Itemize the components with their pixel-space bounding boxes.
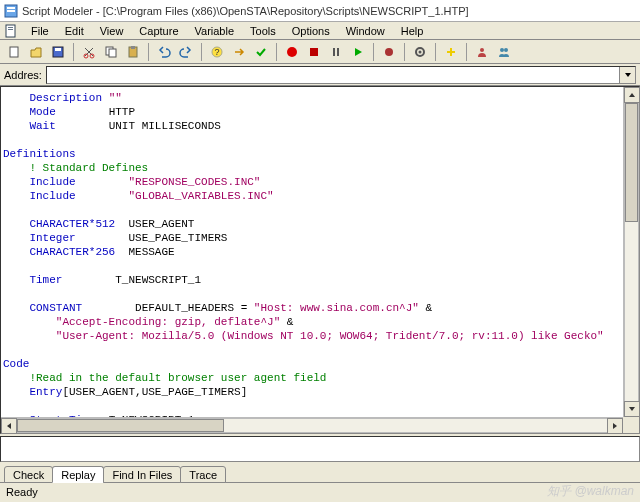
cut-button[interactable]	[79, 42, 99, 62]
menu-view[interactable]: View	[93, 24, 131, 38]
menu-edit[interactable]: Edit	[58, 24, 91, 38]
svg-rect-6	[10, 47, 18, 57]
code-text	[3, 92, 29, 104]
tab-find-in-files[interactable]: Find In Files	[103, 466, 181, 483]
app-icon	[4, 4, 18, 18]
tab-replay[interactable]: Replay	[52, 466, 104, 483]
menu-help[interactable]: Help	[394, 24, 431, 38]
separator	[435, 43, 436, 61]
menu-tools[interactable]: Tools	[243, 24, 283, 38]
separator	[276, 43, 277, 61]
separator	[73, 43, 74, 61]
code-text	[3, 176, 29, 188]
address-label: Addres:	[4, 69, 42, 81]
code-text	[3, 386, 29, 398]
svg-rect-12	[109, 49, 116, 57]
output-pane[interactable]	[0, 436, 640, 462]
vertical-scrollbar[interactable]	[623, 87, 639, 417]
str: "GLOBAL_VARIABLES.INC"	[128, 190, 273, 202]
editor-pane: Description "" Mode HTTP Wait UNIT MILLI…	[0, 86, 640, 434]
svg-rect-20	[337, 48, 339, 56]
code-text: [USER_AGENT,USE_PAGE_TIMERS]	[62, 386, 247, 398]
tab-check[interactable]: Check	[4, 466, 53, 483]
code-text: HTTP	[109, 106, 135, 118]
svg-rect-1	[7, 7, 15, 9]
separator	[148, 43, 149, 61]
separator	[201, 43, 202, 61]
code-text	[3, 274, 29, 286]
status-bar: Ready 知乎 @walkman	[0, 482, 640, 500]
scroll-right-icon[interactable]	[607, 418, 623, 434]
code-text: USER_AGENT	[128, 218, 194, 230]
code-text: &	[419, 302, 432, 314]
horizontal-scrollbar[interactable]	[1, 417, 623, 433]
record-button[interactable]	[282, 42, 302, 62]
code-text	[102, 92, 109, 104]
code-editor[interactable]: Description "" Mode HTTP Wait UNIT MILLI…	[1, 87, 639, 417]
scroll-thumb[interactable]	[625, 103, 638, 222]
menu-file[interactable]: File	[24, 24, 56, 38]
code-text	[3, 162, 29, 174]
stop-button[interactable]	[304, 42, 324, 62]
new-button[interactable]	[4, 42, 24, 62]
check-button[interactable]	[251, 42, 271, 62]
kw: Description	[29, 92, 102, 104]
address-combo[interactable]	[46, 66, 636, 84]
kw: Timer	[29, 274, 62, 286]
save-button[interactable]	[48, 42, 68, 62]
code-text	[76, 232, 129, 244]
tab-trace[interactable]: Trace	[180, 466, 226, 483]
menu-capture[interactable]: Capture	[132, 24, 185, 38]
scroll-down-icon[interactable]	[624, 401, 640, 417]
str: "Host: www.sina.com.cn^J"	[254, 302, 419, 314]
undo-button[interactable]	[154, 42, 174, 62]
paste-button[interactable]	[123, 42, 143, 62]
scroll-corner	[623, 417, 639, 433]
code-text	[3, 106, 29, 118]
scroll-thumb[interactable]	[17, 419, 224, 432]
scroll-track[interactable]	[624, 103, 639, 401]
add-var-button[interactable]	[441, 42, 461, 62]
code-text	[115, 218, 128, 230]
mdi-doc-icon	[4, 24, 18, 38]
users-button[interactable]	[494, 42, 514, 62]
address-bar: Addres:	[0, 64, 640, 86]
scroll-track[interactable]	[17, 418, 607, 433]
dropdown-icon[interactable]	[619, 67, 635, 83]
scroll-up-icon[interactable]	[624, 87, 640, 103]
menu-variable[interactable]: Variable	[188, 24, 242, 38]
code-text	[3, 316, 56, 328]
run-button[interactable]	[348, 42, 368, 62]
svg-rect-5	[8, 29, 13, 30]
kw: CONSTANT	[29, 302, 82, 314]
kw: Include	[29, 190, 75, 202]
settings-button[interactable]	[410, 42, 430, 62]
svg-rect-3	[6, 25, 15, 37]
arrow-button[interactable]	[229, 42, 249, 62]
svg-point-23	[419, 50, 422, 53]
code-text	[56, 120, 109, 132]
copy-button[interactable]	[101, 42, 121, 62]
menu-window[interactable]: Window	[339, 24, 392, 38]
code-text	[56, 106, 109, 118]
open-button[interactable]	[26, 42, 46, 62]
svg-rect-19	[333, 48, 335, 56]
menu-bar: File Edit View Capture Variable Tools Op…	[0, 22, 640, 40]
comment: ! Standard Defines	[29, 162, 148, 174]
code-text	[115, 246, 128, 258]
code-text	[82, 302, 135, 314]
user-button[interactable]	[472, 42, 492, 62]
code-text	[3, 246, 29, 258]
svg-rect-4	[8, 27, 13, 28]
separator	[404, 43, 405, 61]
menu-options[interactable]: Options	[285, 24, 337, 38]
code-text: USE_PAGE_TIMERS	[128, 232, 227, 244]
scroll-left-icon[interactable]	[1, 418, 17, 434]
pause-button[interactable]	[326, 42, 346, 62]
redo-button[interactable]	[176, 42, 196, 62]
help-button[interactable]: ?	[207, 42, 227, 62]
svg-rect-14	[131, 46, 135, 49]
code-text: UNIT MILLISECONDS	[109, 120, 221, 132]
kw: Mode	[29, 106, 55, 118]
breakpoint-button[interactable]	[379, 42, 399, 62]
